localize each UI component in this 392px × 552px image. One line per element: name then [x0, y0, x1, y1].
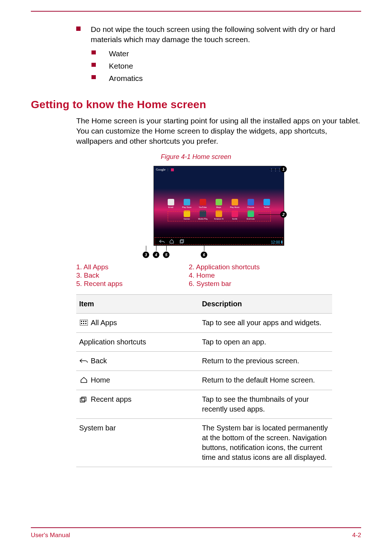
item-cell: System bar	[76, 419, 199, 467]
bullet-icon	[91, 75, 96, 79]
svg-rect-0	[180, 240, 183, 243]
search-label: Google	[156, 168, 166, 171]
callout-badge-2: 2	[280, 211, 287, 218]
item-label: Recent apps	[91, 395, 131, 403]
legend-item: 6. System bar	[189, 280, 298, 288]
all-apps-icon	[80, 320, 88, 326]
item-label: System bar	[79, 424, 116, 432]
app-shortcut: YouTube	[198, 199, 208, 208]
page-footer: User's Manual 4-2	[31, 527, 361, 539]
description-cell: Tap to open an app.	[199, 332, 332, 351]
table-row: Application shortcutsTap to open an app.	[76, 332, 332, 351]
item-label: All Apps	[91, 319, 117, 327]
item-cell: Recent apps	[76, 390, 199, 419]
callout-legend: 1. All Apps 2. Application shortcuts 3. …	[76, 263, 361, 288]
section-intro: The Home screen is your starting point f…	[76, 116, 361, 147]
recent-apps-icon	[79, 397, 88, 402]
app-shortcut: Evernote	[246, 210, 256, 220]
sub-bullet-text: Ketone	[109, 61, 133, 71]
figure-wrap: Google | ⋮⋮⋮ EmailPlay StoreYouTubeMapsP…	[76, 166, 361, 257]
app-shortcut-grid: EmailPlay StoreYouTubeMapsPlay MusicChro…	[154, 199, 284, 220]
svg-rect-4	[83, 321, 84, 322]
recent-apps-icon	[179, 239, 184, 244]
callout-badge-3: 3	[143, 252, 149, 258]
legend-item: 4. Home	[189, 271, 298, 279]
top-bullet-block: Do not wipe the touch screen using the f…	[76, 24, 361, 84]
back-icon	[79, 358, 88, 364]
description-cell: Return to the default Home screen.	[199, 371, 332, 390]
svg-rect-3	[81, 321, 82, 322]
item-cell: Back	[76, 351, 199, 371]
back-icon	[159, 239, 165, 244]
app-shortcut: Amazon Kindle	[214, 210, 224, 220]
svg-rect-9	[80, 398, 85, 402]
table-row: All AppsTap to see all your apps and wid…	[76, 313, 332, 332]
svg-rect-1	[181, 240, 184, 242]
top-bullet-text: Do not wipe the touch screen using the f…	[91, 24, 361, 45]
callout-tick	[146, 246, 146, 251]
app-shortcut: Games	[182, 210, 192, 220]
search-bar: Google |	[156, 168, 174, 171]
svg-rect-8	[85, 323, 86, 324]
app-shortcut: Play Music	[230, 199, 240, 208]
callout-badge-6: 6	[201, 252, 207, 258]
section-heading: Getting to know the Home screen	[31, 98, 361, 111]
callout-badge-1: 1	[280, 166, 287, 172]
item-description-table: Item Description All AppsTap to see all …	[76, 294, 332, 467]
bullet-icon	[91, 63, 96, 67]
app-shortcut: Twitter	[262, 199, 271, 208]
app-shortcut: Media Player	[198, 210, 208, 220]
callout-tick	[156, 246, 156, 251]
description-cell: Return to the previous screen.	[199, 351, 332, 371]
table-row: Recent appsTap to see the thumbnails of …	[76, 390, 332, 419]
svg-rect-6	[81, 323, 82, 324]
svg-rect-7	[83, 323, 84, 324]
description-cell: Tap to see the thumbnails of your recent…	[199, 390, 332, 419]
bullet-icon	[91, 50, 96, 54]
home-screen-screenshot: Google | ⋮⋮⋮ EmailPlay StoreYouTubeMapsP…	[154, 166, 284, 246]
home-icon	[80, 377, 88, 383]
footer-left: User's Manual	[31, 532, 70, 539]
legend-item: 2. Application shortcuts	[189, 263, 298, 271]
table-row: HomeReturn to the default Home screen.	[76, 371, 332, 390]
callout-tick	[166, 246, 167, 251]
legend-item: 1. All Apps	[76, 263, 185, 271]
clock-text: 12:00	[271, 240, 280, 244]
header-rule	[31, 11, 361, 12]
item-cell: All Apps	[76, 313, 199, 332]
app-shortcut: Maps	[214, 199, 224, 208]
legend-item: 3. Back	[76, 271, 185, 279]
callout-tick	[204, 246, 204, 251]
battery-icon	[281, 241, 282, 244]
app-shortcut: Scrblt	[230, 210, 240, 220]
sub-bullet-text: Water	[109, 49, 129, 59]
svg-rect-2	[80, 320, 88, 326]
app-shortcut: Email	[166, 199, 176, 208]
app-shortcut: Play Store	[182, 199, 192, 208]
mic-icon	[171, 168, 174, 171]
figure-caption: Figure 4-1 Home screen	[31, 153, 361, 161]
all-apps-icon: ⋮⋮⋮	[270, 168, 282, 172]
footer-right: 4-2	[352, 532, 361, 539]
sub-bullet-text: Aromatics	[109, 73, 143, 83]
bullet-icon	[76, 26, 81, 31]
table-row: BackReturn to the previous screen.	[76, 351, 332, 371]
svg-rect-10	[82, 397, 86, 401]
svg-rect-5	[85, 321, 86, 322]
legend-item: 5. Recent apps	[76, 280, 185, 288]
callout-line	[269, 169, 280, 169]
item-label: Application shortcuts	[79, 338, 146, 346]
app-shortcut: Chrome	[246, 199, 256, 208]
description-cell: Tap to see all your apps and widgets.	[199, 313, 332, 332]
callout-line	[258, 214, 280, 215]
home-icon	[169, 239, 174, 244]
callout-badge-4: 4	[153, 252, 159, 258]
item-cell: Home	[76, 371, 199, 390]
table-header-item: Item	[76, 294, 199, 313]
item-label: Back	[91, 357, 107, 365]
item-label: Home	[91, 376, 110, 384]
table-row: System barThe System bar is located perm…	[76, 419, 332, 467]
item-cell: Application shortcuts	[76, 332, 199, 351]
description-cell: The System bar is located permanently at…	[199, 419, 332, 467]
callout-badge-5: 5	[163, 252, 170, 258]
